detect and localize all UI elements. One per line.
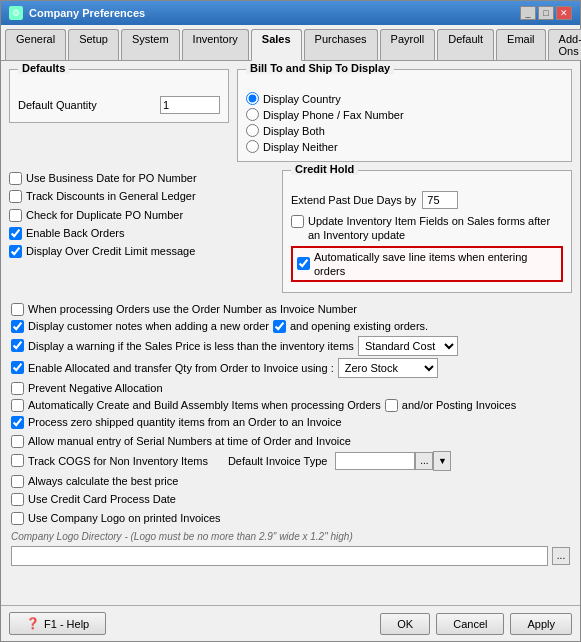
cb-duplicate-po-input[interactable] (9, 209, 22, 222)
cancel-button[interactable]: Cancel (436, 613, 504, 635)
directory-browse-button[interactable]: ... (552, 547, 570, 565)
radio-country-label: Display Country (263, 93, 341, 105)
tab-default[interactable]: Default (437, 29, 494, 60)
cb-track-discounts-input[interactable] (9, 190, 22, 203)
cb-serial-numbers-input[interactable] (11, 435, 24, 448)
tab-payroll[interactable]: Payroll (380, 29, 436, 60)
zero-stock-select[interactable]: Zero Stock Negative Stock (338, 358, 438, 378)
cb-credit-card-date-input[interactable] (11, 493, 24, 506)
footer-buttons: OK Cancel Apply (380, 613, 572, 635)
radio-display-both[interactable]: Display Both (246, 124, 563, 137)
extend-days-input[interactable] (422, 191, 458, 209)
cb-order-number-input[interactable] (11, 303, 24, 316)
content-area: Defaults Default Quantity Bill To and Sh… (1, 61, 580, 605)
radio-display-neither[interactable]: Display Neither (246, 140, 563, 153)
default-quantity-label: Default Quantity (18, 99, 154, 111)
cb-autosave-highlighted: Automatically save line items when enter… (291, 246, 563, 283)
cb-autosave-label: Automatically save line items when enter… (314, 250, 557, 279)
directory-section: Company Logo Directory - (Logo must be n… (11, 530, 570, 566)
cb-credit-limit-label: Display Over Credit Limit message (26, 244, 195, 258)
tab-email[interactable]: Email (496, 29, 546, 60)
left-checkboxes: Use Business Date for PO Number Track Di… (9, 170, 274, 261)
default-invoice-type-input[interactable] (335, 452, 415, 470)
main-checkbox-area: When processing Orders use the Order Num… (9, 301, 572, 566)
cb-credit-limit-input[interactable] (9, 245, 22, 258)
display-options: Display Country Display Phone / Fax Numb… (246, 92, 563, 153)
cb-duplicate-po: Check for Duplicate PO Number (9, 207, 274, 223)
billship-group: Bill To and Ship To Display Display Coun… (237, 69, 572, 162)
standard-cost-select[interactable]: Standard Cost Average Cost Last Cost (358, 336, 458, 356)
cb-best-price-label: Always calculate the best price (28, 474, 178, 488)
cb-posting-invoices-input[interactable] (385, 399, 398, 412)
radio-both-label: Display Both (263, 125, 325, 137)
cb-credit-card-date: Use Credit Card Process Date (11, 491, 570, 507)
cb-sales-price-row: Display a warning if the Sales Price is … (11, 336, 570, 356)
cb-credit-limit: Display Over Credit Limit message (9, 243, 274, 259)
radio-phone-label: Display Phone / Fax Number (263, 109, 404, 121)
cb-cogs-input[interactable] (11, 454, 24, 467)
cb-customer-notes-row: Display customer notes when adding a new… (11, 319, 570, 333)
main-window: ⚙ Company Preferences _ □ ✕ General Setu… (0, 0, 581, 642)
cb-process-zero: Process zero shipped quantity items from… (11, 414, 570, 430)
close-button[interactable]: ✕ (556, 6, 572, 20)
cb-business-date-input[interactable] (9, 172, 22, 185)
cb-autosave-input[interactable] (297, 257, 310, 270)
cb-order-number-label: When processing Orders use the Order Num… (28, 302, 357, 316)
cb-prevent-negative: Prevent Negative Allocation (11, 380, 570, 396)
title-bar: ⚙ Company Preferences _ □ ✕ (1, 1, 580, 25)
cb-assembly-input[interactable] (11, 399, 24, 412)
directory-input-row: ... (11, 546, 570, 566)
extend-label: Extend Past Due Days by (291, 194, 416, 206)
cb-back-orders-label: Enable Back Orders (26, 226, 124, 240)
tab-setup[interactable]: Setup (68, 29, 119, 60)
tab-sales[interactable]: Sales (251, 29, 302, 61)
defaults-group: Defaults Default Quantity (9, 69, 229, 123)
cb-cogs-row: Track COGS for Non Inventory Items Defau… (11, 451, 570, 471)
cb-prevent-negative-input[interactable] (11, 382, 24, 395)
tab-inventory[interactable]: Inventory (182, 29, 249, 60)
extend-due-row: Extend Past Due Days by (291, 191, 563, 209)
window-controls: _ □ ✕ (520, 6, 572, 20)
directory-input[interactable] (11, 546, 548, 566)
cb-allocated-input[interactable] (11, 361, 24, 374)
cb-allocated-row: Enable Allocated and transfer Qty from O… (11, 358, 570, 378)
cb-company-logo-label: Use Company Logo on printed Invoices (28, 511, 221, 525)
cb-process-zero-input[interactable] (11, 416, 24, 429)
directory-label: Company Logo Directory - (Logo must be n… (11, 531, 353, 542)
radio-display-phone[interactable]: Display Phone / Fax Number (246, 108, 563, 121)
cb-serial-numbers-label: Allow manual entry of Serial Numbers at … (28, 434, 351, 448)
cb-assembly-row: Automatically Create and Build Assembly … (11, 398, 570, 412)
tab-addons[interactable]: Add-Ons (548, 29, 581, 60)
cb-track-discounts: Track Discounts in General Ledger (9, 188, 274, 204)
cb-customer-notes-input[interactable] (11, 320, 24, 333)
cb-assembly-label: Automatically Create and Build Assembly … (28, 398, 381, 412)
cb-sales-price-input[interactable] (11, 339, 24, 352)
tab-purchases[interactable]: Purchases (304, 29, 378, 60)
footer: ❓ F1 - Help OK Cancel Apply (1, 605, 580, 641)
cb-best-price-input[interactable] (11, 475, 24, 488)
ok-button[interactable]: OK (380, 613, 430, 635)
default-quantity-input[interactable] (160, 96, 220, 114)
help-button[interactable]: ❓ F1 - Help (9, 612, 106, 635)
cb-customer-notes-label: Display customer notes when adding a new… (28, 319, 269, 333)
tab-general[interactable]: General (5, 29, 66, 60)
maximize-button[interactable]: □ (538, 6, 554, 20)
cb-company-logo-input[interactable] (11, 512, 24, 525)
radio-display-country[interactable]: Display Country (246, 92, 563, 105)
cb-back-orders-input[interactable] (9, 227, 22, 240)
defaults-group-label: Defaults (18, 62, 69, 74)
help-label: F1 - Help (44, 618, 89, 630)
tab-bar: General Setup System Inventory Sales Pur… (1, 25, 580, 61)
cb-opening-existing-input[interactable] (273, 320, 286, 333)
cb-prevent-negative-label: Prevent Negative Allocation (28, 381, 163, 395)
cb-sales-price-label: Display a warning if the Sales Price is … (28, 339, 354, 353)
ellipsis-button[interactable]: ... (415, 452, 433, 470)
minimize-button[interactable]: _ (520, 6, 536, 20)
cb-update-inventory-input[interactable] (291, 215, 304, 228)
combo-dropdown-button[interactable]: ▼ (433, 451, 451, 471)
tab-system[interactable]: System (121, 29, 180, 60)
apply-button[interactable]: Apply (510, 613, 572, 635)
credit-hold-label: Credit Hold (291, 163, 358, 175)
billship-group-label: Bill To and Ship To Display (246, 62, 394, 74)
cb-business-date: Use Business Date for PO Number (9, 170, 274, 186)
